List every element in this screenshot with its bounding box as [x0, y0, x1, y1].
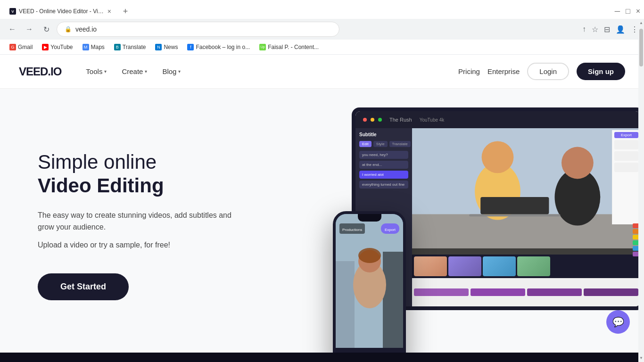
maps-label: Maps: [91, 44, 105, 50]
subtitle-item-4: everything turned out fine: [359, 181, 408, 189]
scroll-up-arrow[interactable]: ▲: [639, 21, 643, 25]
bookmark-translate[interactable]: B Translate: [110, 42, 150, 52]
tablet-dot-green: [378, 118, 382, 122]
bookmark-youtube[interactable]: ▶ YouTube: [38, 42, 76, 52]
browser-chrome: V VEED - Online Video Editor - Vid... × …: [0, 0, 644, 55]
svg-rect-6: [469, 214, 561, 216]
phone-screen: MAGNIFICENT + Media ▶ Split Productions …: [336, 214, 403, 353]
svg-point-3: [482, 141, 514, 173]
bookmark-facebook[interactable]: f Facebook – log in o...: [183, 42, 254, 52]
nav-enterprise[interactable]: Enterprise: [487, 67, 520, 75]
tablet-main-image: Emily : but you know, at the end everyth…: [412, 128, 640, 255]
hero-subdescription: Upload a video or try a sample, for free…: [38, 239, 236, 251]
nav-create[interactable]: Create ▾: [116, 64, 153, 79]
menu-icon[interactable]: ⋮: [631, 25, 638, 34]
tab-translate[interactable]: Translate: [389, 141, 411, 147]
window-controls: ─ □ ×: [615, 7, 640, 16]
bookmark-upwork[interactable]: Up Faisal P. - Content...: [256, 42, 322, 52]
subtitle-chip-1: [414, 288, 469, 296]
gmail-label: Gmail: [18, 44, 33, 50]
upwork-label: Faisal P. - Content...: [268, 44, 319, 50]
site-logo[interactable]: VEED.IO: [19, 65, 61, 78]
get-started-button[interactable]: Get Started: [38, 273, 129, 300]
tablet-header: The Rush YouTube 4k: [355, 111, 640, 128]
refresh-button[interactable]: ↻: [40, 23, 53, 36]
tab-close-button[interactable]: ×: [107, 8, 111, 15]
export-button[interactable]: Export: [614, 132, 638, 138]
tools-chevron-icon: ▾: [104, 69, 107, 74]
forward-button[interactable]: →: [23, 23, 36, 36]
hero-title-light: Simple online: [38, 150, 236, 174]
browser-tab[interactable]: V VEED - Online Video Editor - Vid... ×: [4, 4, 117, 19]
bottom-bar: [0, 353, 644, 362]
nav-tools[interactable]: Tools ▾: [80, 64, 112, 79]
tab-style[interactable]: Style: [373, 141, 388, 147]
youtube-favicon: ▶: [42, 44, 49, 50]
facebook-favicon: f: [187, 44, 194, 50]
gmail-favicon: G: [9, 44, 16, 50]
timeline-thumb-2: [448, 256, 481, 276]
subtitle-item-2: at the end...: [359, 161, 408, 169]
bookmark-news[interactable]: N News: [151, 42, 182, 52]
tab-edit[interactable]: Edit: [359, 141, 372, 147]
nav-blog[interactable]: Blog ▾: [157, 64, 186, 79]
browser-title-bar: V VEED - Online Video Editor - Vid... × …: [0, 0, 644, 19]
address-bar[interactable]: 🔒 veed.io: [57, 22, 339, 37]
tablet-right-panel: Export: [612, 130, 640, 224]
maximize-button[interactable]: □: [626, 7, 630, 16]
scroll-down-arrow[interactable]: ▼: [639, 356, 643, 360]
timeline-thumb-4: [517, 256, 550, 276]
nav-pricing[interactable]: Pricing: [458, 67, 480, 75]
subtitle-chip-2: [471, 288, 525, 296]
timeline-thumb-3: [483, 256, 516, 276]
phone-toolbar: + Media ▶ Split: [336, 348, 403, 353]
bookmark-icon[interactable]: ☆: [592, 25, 598, 34]
nav-links: Tools ▾ Create ▾ Blog ▾: [80, 64, 186, 79]
svg-rect-7: [480, 197, 549, 214]
tab-favicon: V: [9, 8, 16, 15]
profile-icon[interactable]: 👤: [616, 25, 625, 34]
sidebar-icon[interactable]: ⊟: [604, 25, 610, 34]
signup-button[interactable]: Sign up: [577, 63, 625, 80]
svg-rect-8: [412, 248, 640, 255]
bookmarks-bar: G Gmail ▶ YouTube M Maps B Translate N N…: [0, 40, 644, 55]
new-tab-button[interactable]: +: [119, 5, 132, 18]
website-content: VEED.IO Tools ▾ Create ▾ Blog ▾ Pricing …: [0, 55, 644, 362]
translate-label: Translate: [123, 44, 146, 50]
scrollbar[interactable]: ▲ ▼: [638, 19, 644, 362]
tablet-title: The Rush: [389, 117, 412, 123]
tablet-subtitle-rows: [412, 278, 640, 306]
phone-notch: [358, 214, 381, 222]
chat-bubble-button[interactable]: 💬: [606, 310, 630, 334]
phone-export-button[interactable]: Export: [381, 223, 399, 234]
subtitle-item-1: you need, hey?: [359, 151, 408, 159]
productions-label: Productions: [339, 223, 365, 234]
bookmark-gmail[interactable]: G Gmail: [6, 42, 36, 52]
subtitle-panel-label: Subtitle: [359, 132, 408, 137]
tablet-main-area: Emily : but you know, at the end everyth…: [412, 128, 640, 306]
share-icon[interactable]: ↑: [582, 25, 586, 33]
tab-title: VEED - Online Video Editor - Vid...: [19, 8, 105, 15]
address-bar-row: ← → ↻ 🔒 veed.io ↑ ☆ ⊟ 👤 ⋮: [0, 19, 644, 40]
scroll-thumb[interactable]: [639, 29, 643, 66]
svg-point-5: [561, 147, 594, 179]
scroll-thumb-container: [639, 25, 643, 356]
hero-title-bold: Video Editing: [38, 174, 236, 197]
phone-mockup: MAGNIFICENT + Media ▶ Split Productions …: [333, 211, 406, 353]
subtitle-tabs: Edit Style Translate: [359, 141, 408, 147]
upwork-favicon: Up: [259, 44, 266, 50]
minimize-button[interactable]: ─: [615, 7, 620, 16]
chat-icon: 💬: [612, 316, 624, 328]
login-button[interactable]: Login: [527, 63, 569, 80]
bookmark-maps[interactable]: M Maps: [79, 42, 108, 52]
hero-section: Simple online Video Editing The easy way…: [0, 89, 644, 353]
site-nav: VEED.IO Tools ▾ Create ▾ Blog ▾ Pricing …: [0, 55, 644, 89]
nav-right: Pricing Enterprise Login Sign up: [458, 63, 625, 80]
close-button[interactable]: ×: [636, 7, 640, 16]
back-button[interactable]: ←: [6, 23, 19, 36]
hero-description: The easy way to create stunning videos, …: [38, 209, 236, 233]
news-favicon: N: [155, 44, 162, 50]
subtitle-row-1: [414, 288, 638, 296]
productions-text: Productions: [342, 228, 362, 232]
create-chevron-icon: ▾: [145, 69, 147, 74]
